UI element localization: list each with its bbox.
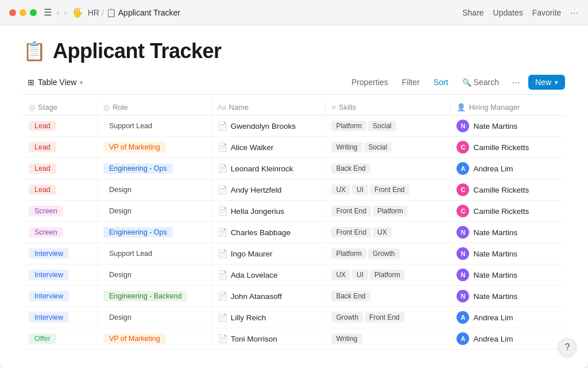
more-toolbar-options-icon[interactable]: ···: [508, 75, 524, 90]
share-button[interactable]: Share: [462, 8, 483, 17]
table-row[interactable]: LeadSupport Lead📄Gwendolyn BrooksPlatfor…: [23, 116, 565, 137]
nav-forward[interactable]: ›: [64, 7, 67, 18]
cell-hiring-manager: NNate Martins: [451, 264, 565, 286]
close-button[interactable]: [9, 9, 16, 16]
breadcrumb-hr[interactable]: HR: [88, 8, 99, 17]
updates-button[interactable]: Updates: [493, 8, 523, 17]
properties-button[interactable]: Properties: [347, 75, 393, 89]
toolbar-left: ⊞ Table View ▾: [23, 75, 87, 89]
applicant-name: Lilly Reich: [231, 313, 266, 322]
hamburger-menu-icon[interactable]: ☰: [44, 7, 52, 18]
cell-hiring-manager: NNate Martins: [451, 243, 565, 264]
table-row[interactable]: ScreenDesign📄Hella JongeriusFront EndPla…: [23, 201, 565, 222]
skill-chip: Social: [368, 121, 396, 131]
new-chevron-icon: ▾: [555, 79, 558, 86]
hiring-manager-name: Nate Martins: [473, 271, 517, 279]
table-row[interactable]: InterviewDesign📄Ada LovelaceUXUIPlatform…: [23, 264, 565, 286]
hiring-manager-name: Nate Martins: [473, 228, 517, 237]
cell-skills: PlatformSocial: [326, 116, 451, 137]
role-label: Engineering - Ops: [103, 227, 173, 237]
avatar: N: [457, 269, 469, 281]
applicant-name: John Atanasoff: [231, 292, 282, 301]
minimize-button[interactable]: [20, 9, 26, 16]
cell-skills: UXUIFront End: [326, 179, 451, 201]
stage-badge: Screen: [29, 227, 63, 237]
breadcrumb-page[interactable]: Applicant Tracker: [118, 8, 180, 17]
table-container: ◎Stage ◎Role AaName ≡Skills 👤Hiring Mana…: [23, 99, 565, 357]
new-button[interactable]: New ▾: [528, 75, 565, 90]
cell-hiring-manager: NNate Martins: [451, 286, 565, 307]
avatar: A: [457, 311, 469, 324]
stage-badge: Interview: [29, 248, 69, 259]
cell-name: 📄Andy Hertzfeld: [211, 179, 326, 201]
avatar: N: [457, 226, 469, 239]
skill-chip: Growth: [331, 312, 363, 323]
stage-badge: Lead: [29, 163, 56, 174]
nav-back[interactable]: ‹: [56, 7, 59, 18]
table-view-label: Table View: [38, 78, 76, 87]
hm-col-icon: 👤: [457, 103, 466, 112]
applicant-name: Alice Walker: [231, 143, 274, 152]
cell-skills: UXUIPlatform: [326, 264, 451, 286]
col-header-skills: ≡Skills: [326, 99, 451, 116]
table-row[interactable]: OfferVP of Marketing📄Toni MorrisonWritin…: [23, 328, 565, 350]
cell-role: Engineering - Ops: [97, 222, 211, 243]
page-content: 📋 Applicant Tracker ⊞ Table View ▾ Prope…: [0, 25, 588, 368]
search-icon: 🔍: [462, 78, 471, 87]
hiring-manager-name: Andrea Lim: [473, 335, 513, 343]
doc-icon: 📄: [218, 228, 227, 237]
doc-icon: 📄: [218, 249, 227, 258]
cell-skills: Writing: [326, 328, 451, 350]
doc-icon: 📄: [218, 270, 227, 279]
cell-name: 📄Ingo Maurer: [211, 243, 326, 264]
hiring-manager-name: Andrea Lim: [473, 313, 513, 322]
avatar: N: [457, 247, 469, 260]
page-icon-small: 📋: [106, 8, 116, 17]
skill-chip: Back End: [331, 291, 370, 301]
role-label: VP of Marketing: [103, 334, 166, 344]
fullscreen-button[interactable]: [30, 9, 37, 16]
cell-skills: Front EndPlatform: [326, 201, 451, 222]
table-row[interactable]: InterviewEngineering - Backend📄John Atan…: [23, 286, 565, 307]
role-col-icon: ◎: [103, 103, 110, 112]
help-button[interactable]: ?: [558, 338, 577, 356]
new-label: New: [535, 78, 551, 87]
doc-icon: 📄: [218, 121, 227, 131]
cell-skills: GrowthFront End: [326, 307, 451, 328]
col-header-name: AaName: [211, 99, 326, 116]
more-options-button[interactable]: ···: [570, 8, 579, 17]
hiring-manager-name: Andrea Lim: [473, 164, 513, 173]
page-title-row: 📋 Applicant Tracker: [23, 39, 565, 63]
breadcrumb: HR / 📋 Applicant Tracker: [88, 8, 180, 17]
table-row[interactable]: ScreenEngineering - Ops📄Charles BabbageF…: [23, 222, 565, 243]
skill-chip: Platform: [373, 206, 408, 216]
cell-stage: Screen: [23, 201, 97, 222]
stage-badge: Interview: [29, 312, 69, 323]
cell-hiring-manager: NNate Martins: [451, 116, 565, 137]
table-row[interactable]: LeadEngineering - Ops📄Leonard KleinrockB…: [23, 158, 565, 179]
table-view-button[interactable]: ⊞ Table View ▾: [23, 75, 87, 89]
doc-icon: 📄: [218, 313, 227, 322]
hiring-manager-name: Nate Martins: [473, 122, 517, 131]
search-button[interactable]: 🔍 Search: [458, 75, 504, 89]
table-row[interactable]: InterviewDesign📄Lilly ReichGrowthFront E…: [23, 307, 565, 328]
skill-chip: Front End: [331, 227, 371, 237]
search-label: Search: [474, 78, 499, 87]
filter-button[interactable]: Filter: [397, 75, 424, 89]
cell-hiring-manager: AAndrea Lim: [451, 328, 565, 350]
stage-badge: Lead: [29, 185, 56, 195]
table-row[interactable]: InterviewSupport Lead📄Ingo MaurerPlatfor…: [23, 243, 565, 264]
applicant-name: Toni Morrison: [231, 335, 277, 343]
cell-role: VP of Marketing: [97, 137, 211, 158]
table-row[interactable]: LeadVP of Marketing📄Alice WalkerWritingS…: [23, 137, 565, 158]
role-label: Engineering - Ops: [103, 163, 173, 174]
role-label: Design: [103, 270, 137, 280]
role-label: Engineering - Backend: [103, 291, 187, 301]
avatar: N: [457, 290, 469, 302]
cell-name: 📄Lilly Reich: [211, 307, 326, 328]
favorite-button[interactable]: Favorite: [532, 8, 562, 17]
sort-button[interactable]: Sort: [429, 75, 453, 89]
table-row[interactable]: LeadDesign📄Andy HertzfeldUXUIFront EndCC…: [23, 179, 565, 201]
page-icon: 📋: [23, 40, 46, 62]
stage-badge: Screen: [29, 206, 63, 216]
